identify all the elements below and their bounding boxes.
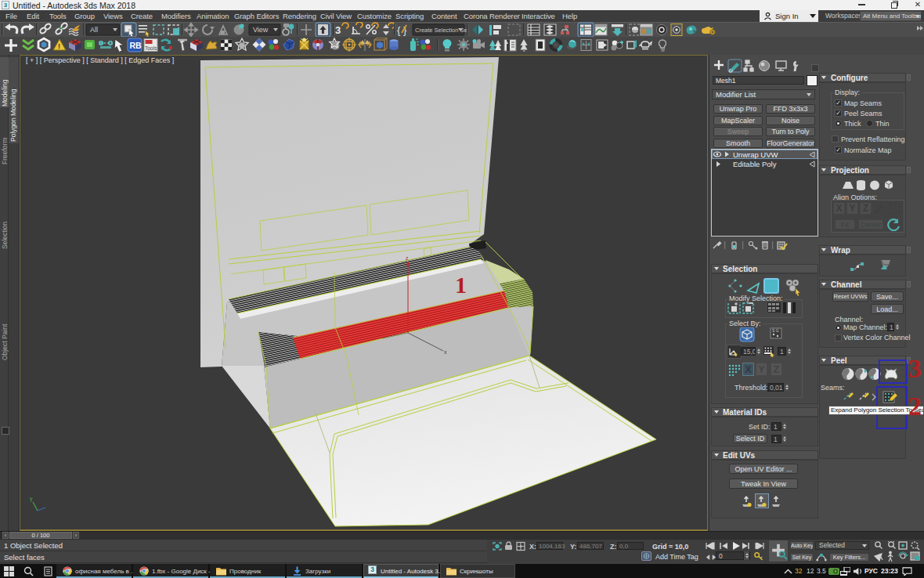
- svg-text:x: x: [444, 349, 447, 355]
- svg-text:y: y: [30, 496, 33, 502]
- svg-text:Tools: Tools: [145, 45, 157, 51]
- svg-text:View: View: [253, 26, 269, 34]
- svg-text:All: All: [90, 26, 98, 34]
- svg-text:[ + ] [ Perspective ] [ Standa: [ + ] [ Perspective ] [ Standard ] [ Edg…: [26, 56, 174, 64]
- svg-text:3: 3: [335, 24, 341, 36]
- svg-text:!: !: [58, 42, 60, 50]
- svg-text:RB: RB: [130, 41, 143, 50]
- svg-text:1: 1: [455, 272, 467, 298]
- svg-text:Create Selection Se: Create Selection Se: [415, 27, 467, 34]
- svg-text:z: z: [406, 255, 409, 261]
- svg-text:S G: S G: [772, 328, 779, 333]
